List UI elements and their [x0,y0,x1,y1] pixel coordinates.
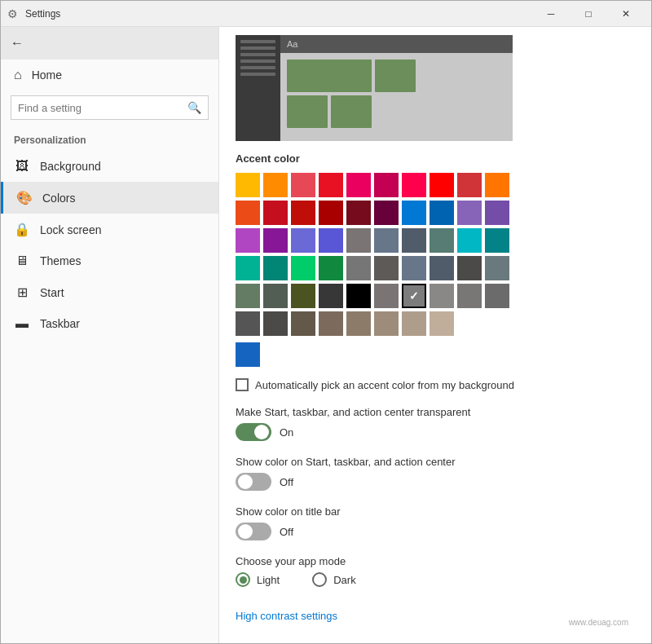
color-swatch-21[interactable] [263,228,288,253]
maximize-button[interactable]: □ [570,1,607,27]
color-swatch-15[interactable] [374,201,399,225]
color-swatch-22[interactable] [291,228,315,253]
color-swatch-39[interactable] [485,256,509,280]
color-swatch-36[interactable] [402,256,426,280]
show-color-taskbar-label: Show color on Start, taskbar, and action… [236,456,635,468]
color-swatch-30[interactable] [236,256,260,280]
color-swatch-44[interactable] [346,284,371,308]
show-color-titlebar-state: Off [280,526,293,538]
transparent-toggle[interactable] [236,423,271,441]
preview-main: Aa [280,35,513,141]
preview-line-1 [240,40,275,43]
color-swatch-25[interactable] [374,228,399,253]
radio-group: Light Dark [236,572,635,587]
color-swatch-19[interactable] [485,201,509,225]
color-swatch-9[interactable] [485,173,509,197]
search-input[interactable] [11,97,181,119]
preview-tiles [280,53,513,135]
auto-pick-checkbox[interactable] [236,378,249,391]
color-swatch-33[interactable] [319,256,343,280]
radio-light[interactable]: Light [236,572,280,587]
color-swatch-2[interactable] [291,173,315,197]
radio-circle-dark [312,572,327,587]
back-button[interactable]: ← [1,27,218,60]
color-swatch-5[interactable] [374,173,399,197]
auto-pick-label: Automatically pick an accent color from … [255,379,514,391]
minimize-button[interactable]: ─ [532,1,570,27]
color-swatch-51[interactable] [263,311,288,336]
sidebar-item-taskbar[interactable]: ▬ Taskbar [1,308,218,339]
settings-window: ⚙ Settings ─ □ ✕ ← ⌂ Home 🔍 Personalizat… [0,0,652,644]
color-swatch-14[interactable] [346,201,371,225]
color-swatch-29[interactable] [485,228,509,253]
sidebar-section-title: Personalization [1,125,218,151]
color-swatch-53[interactable] [319,311,343,336]
color-swatch-6[interactable] [402,173,426,197]
color-swatch-16[interactable] [402,201,426,225]
sidebar-item-background[interactable]: 🖼 Background [1,151,218,182]
close-button[interactable]: ✕ [607,1,645,27]
color-swatch-28[interactable] [457,228,482,253]
color-swatch-42[interactable] [291,284,315,308]
radio-dark[interactable]: Dark [312,572,355,587]
color-swatch-18[interactable] [457,201,482,225]
color-swatch-10[interactable] [236,201,260,225]
color-swatch-7[interactable] [430,173,454,197]
color-swatch-47[interactable] [430,284,454,308]
color-swatch-35[interactable] [374,256,399,280]
color-swatch-32[interactable] [291,256,315,280]
color-swatch-56[interactable] [402,311,426,336]
color-swatch-37[interactable] [430,256,454,280]
preview-topbar: Aa [280,35,513,53]
color-swatch-1[interactable] [263,173,288,197]
preview-line-4 [240,60,275,63]
color-swatch-57[interactable] [430,311,454,336]
preview-tile-3 [287,95,328,128]
taskbar-icon: ▬ [14,316,30,331]
window-title: Settings [25,8,532,20]
color-swatch-3[interactable] [319,173,343,197]
color-swatch-4[interactable] [346,173,371,197]
color-swatch-40[interactable] [236,284,260,308]
color-swatch-50[interactable] [236,311,260,336]
sidebar-item-colors[interactable]: 🎨 Colors [1,182,218,214]
color-swatch-20[interactable] [236,228,260,253]
transparent-label: Make Start, taskbar, and action center t… [236,406,635,418]
color-swatch-8[interactable] [457,173,482,197]
sidebar-item-lock-screen[interactable]: 🔒 Lock screen [1,214,218,245]
color-swatch-54[interactable] [346,311,371,336]
preview-line-3 [240,53,275,56]
color-swatch-12[interactable] [291,201,315,225]
color-swatch-48[interactable] [457,284,482,308]
sidebar-item-home[interactable]: ⌂ Home [1,60,218,90]
sidebar-item-themes[interactable]: 🖥 Themes [1,245,218,276]
color-swatch-11[interactable] [263,201,288,225]
extra-color-blue[interactable] [236,342,260,367]
settings-icon: ⚙ [7,7,20,20]
color-swatch-38[interactable] [457,256,482,280]
color-swatch-45[interactable] [374,284,399,308]
sidebar-item-start[interactable]: ⊞ Start [1,276,218,308]
color-swatch-55[interactable] [374,311,399,336]
preview-sidebar [236,35,280,141]
color-swatch-52[interactable] [291,311,315,336]
color-swatch-46[interactable] [402,284,426,308]
color-swatch-17[interactable] [430,201,454,225]
color-swatch-27[interactable] [430,228,454,253]
color-swatch-49[interactable] [485,284,509,308]
show-color-taskbar-toggle[interactable] [236,473,271,491]
color-swatch-23[interactable] [319,228,343,253]
color-swatch-0[interactable] [236,173,260,197]
show-color-titlebar-toggle[interactable] [236,523,271,540]
show-color-taskbar-row: Show color on Start, taskbar, and action… [236,456,635,491]
color-swatch-26[interactable] [402,228,426,253]
color-swatch-34[interactable] [346,256,371,280]
themes-icon: 🖥 [14,254,30,268]
color-swatch-41[interactable] [263,284,288,308]
color-swatch-13[interactable] [319,201,343,225]
color-swatch-24[interactable] [346,228,371,253]
search-icon[interactable]: 🔍 [181,96,208,119]
color-swatch-31[interactable] [263,256,288,280]
high-contrast-link[interactable]: High contrast settings [236,610,337,622]
color-swatch-43[interactable] [319,284,343,308]
